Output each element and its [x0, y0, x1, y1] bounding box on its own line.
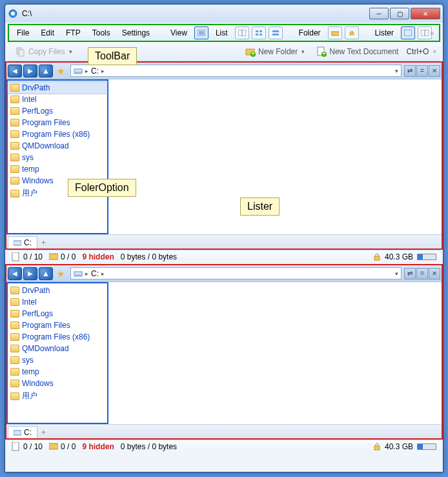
drive-icon: [14, 239, 21, 247]
folder-icon: [10, 392, 19, 400]
toolbar: Copy Files ▾ + New Folder ▾ + New Text D…: [8, 42, 440, 61]
folder-row[interactable]: QMDownload: [8, 343, 107, 354]
folder-row[interactable]: temp: [8, 366, 107, 378]
folder-name-label: Program Files (x86): [22, 332, 90, 341]
folder-name-label: Program Files (x86): [22, 130, 90, 139]
svg-rect-31: [12, 252, 19, 261]
path-arrow-icon[interactable]: ▸: [101, 270, 105, 277]
menu-folder-label[interactable]: Folder: [294, 26, 326, 39]
folder-lock-icon[interactable]: [345, 26, 359, 39]
path-arrow-icon: ▸: [85, 270, 88, 277]
nav-back-button[interactable]: ◄: [8, 267, 22, 280]
menu-view[interactable]: View: [165, 26, 192, 39]
nav-forward-button[interactable]: ►: [23, 65, 37, 77]
folder-icon: [10, 165, 19, 173]
menu-tools[interactable]: Tools: [87, 26, 116, 39]
new-folder-button[interactable]: + New Folder ▾: [241, 45, 309, 59]
folder-row[interactable]: PerfLogs: [8, 105, 107, 117]
lock-icon: [373, 253, 381, 261]
toolbar-overflow-icon[interactable]: »: [433, 48, 436, 55]
tab-add-button[interactable]: +: [37, 237, 50, 249]
folder-icon: [49, 442, 58, 451]
folder-row[interactable]: Program Files: [8, 117, 107, 128]
status-files: 0 / 10: [23, 442, 43, 451]
app-icon: [8, 8, 18, 19]
path-field[interactable]: ▸ C: ▸ ▾: [70, 65, 402, 77]
folder-row[interactable]: sys: [8, 152, 107, 163]
lister-single-icon[interactable]: [401, 26, 415, 39]
path-swap-button[interactable]: ⇄: [404, 65, 416, 77]
nav-back-button[interactable]: ◄: [8, 65, 22, 77]
minimize-button[interactable]: ─: [369, 8, 389, 19]
folder-row[interactable]: Intel: [8, 296, 107, 308]
lister-content-area[interactable]: [108, 282, 442, 424]
folder-row[interactable]: Program Files (x86): [8, 128, 107, 140]
folder-row[interactable]: temp: [8, 163, 107, 175]
menu-ftp[interactable]: FTP: [61, 26, 86, 39]
folder-name-label: Program Files: [22, 118, 70, 127]
path-swap-button[interactable]: ⇄: [404, 268, 416, 279]
folder-row[interactable]: Program Files: [8, 320, 107, 331]
tab-label: C:: [24, 428, 32, 437]
view-tiles-icon[interactable]: [269, 26, 283, 39]
new-text-button[interactable]: + New Text Document: [312, 45, 402, 59]
path-field[interactable]: ▸ C: ▸ ▾: [70, 267, 402, 279]
menubar-overflow-icon[interactable]: »: [430, 30, 434, 37]
view-list-icon[interactable]: [194, 26, 209, 39]
menu-list-label[interactable]: List: [210, 26, 233, 39]
svg-rect-9: [260, 30, 262, 32]
folder-icon: [10, 356, 19, 364]
tab-drive-c[interactable]: C:: [8, 236, 37, 249]
nav-up-button[interactable]: ▲: [39, 65, 53, 77]
folder-row[interactable]: DrvPath: [8, 285, 107, 296]
svg-rect-39: [374, 446, 380, 450]
folder-name-label: QMDownload: [22, 344, 69, 353]
tab-drive-c[interactable]: C:: [8, 426, 37, 438]
svg-rect-10: [256, 34, 258, 36]
folder-icon: [10, 333, 19, 341]
close-button[interactable]: ✕: [411, 8, 440, 19]
folder-row[interactable]: DrvPath: [8, 82, 107, 94]
drive-icon: [74, 66, 83, 76]
path-arrow-icon[interactable]: ▸: [101, 68, 105, 74]
folder-name-label: Intel: [22, 298, 37, 307]
view-details-icon[interactable]: [235, 26, 249, 39]
copy-files-button[interactable]: Copy Files ▾: [12, 45, 76, 59]
folder-list-top[interactable]: DrvPathIntelPerfLogsProgram FilesProgram…: [6, 79, 108, 234]
nav-forward-button[interactable]: ►: [23, 267, 37, 280]
favorites-icon[interactable]: ★: [54, 66, 68, 76]
path-dropdown-icon[interactable]: ▾: [395, 68, 398, 74]
path-equal-button[interactable]: =: [416, 65, 428, 77]
menu-file[interactable]: File: [12, 26, 34, 39]
menu-edit[interactable]: Edit: [36, 26, 59, 39]
view-thumb-icon[interactable]: [252, 26, 266, 39]
tab-label: C:: [24, 238, 32, 247]
path-close-button[interactable]: ✕: [429, 65, 440, 77]
nav-up-button[interactable]: ▲: [39, 267, 53, 280]
path-equal-button[interactable]: =: [416, 268, 428, 279]
folder-name-label: Intel: [22, 95, 37, 104]
maximize-button[interactable]: ▢: [390, 8, 409, 19]
folder-list-bottom[interactable]: DrvPathIntelPerfLogsProgram FilesProgram…: [6, 282, 108, 424]
menu-lister-label[interactable]: Lister: [370, 26, 399, 39]
path-close-button[interactable]: ✕: [429, 268, 440, 279]
folder-icon: [10, 298, 19, 306]
folder-row[interactable]: QMDownload: [8, 140, 107, 152]
lister-bottom: ◄ ► ▲ ★ ▸ C: ▸ ▾ ⇄ = ✕ DrvPathIntelPerfL…: [5, 264, 443, 440]
folder-name-label: sys: [22, 356, 34, 365]
menu-settings[interactable]: Settings: [117, 26, 155, 39]
folder-row[interactable]: 用户: [8, 389, 107, 403]
folder-name-label: 用户: [22, 188, 37, 199]
folder-icon: [10, 287, 19, 294]
folder-row[interactable]: sys: [8, 354, 107, 366]
tab-add-button[interactable]: +: [37, 427, 50, 438]
folder-name-label: temp: [22, 165, 39, 174]
path-dropdown-icon[interactable]: ▾: [395, 270, 398, 277]
folder-tree-icon[interactable]: [328, 26, 342, 39]
folder-row[interactable]: Intel: [8, 94, 107, 105]
status-bytes: 0 bytes / 0 bytes: [121, 252, 177, 261]
folder-row[interactable]: Program Files (x86): [8, 331, 107, 343]
favorites-icon[interactable]: ★: [54, 269, 68, 279]
folder-row[interactable]: PerfLogs: [8, 308, 107, 320]
folder-row[interactable]: Windows: [8, 378, 107, 389]
